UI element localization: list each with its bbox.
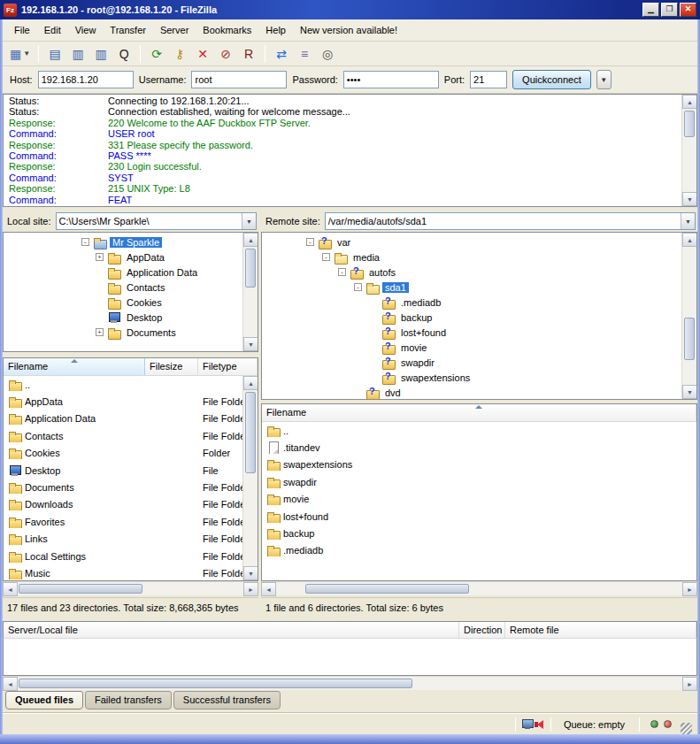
refresh-button[interactable]: ⟳	[146, 43, 167, 65]
scroll-thumb[interactable]	[245, 392, 256, 473]
scroll-up-icon[interactable]: ▲	[682, 95, 697, 109]
local-site-combo[interactable]: ▼	[56, 212, 257, 230]
local-file-row-application-data[interactable]: Application Data File Folder	[4, 410, 242, 427]
scroll-right-icon[interactable]: ►	[682, 677, 697, 691]
remote-horizontal-scrollbar[interactable]: ◄ ►	[261, 581, 697, 595]
remote-tree-item-dvd[interactable]: dvd	[262, 385, 681, 399]
scroll-down-icon[interactable]: ▼	[682, 385, 697, 399]
minimize-button[interactable]: ▁	[642, 3, 659, 17]
maximize-button[interactable]: ❐	[661, 3, 678, 17]
remote-tree-item-swapdir[interactable]: swapdir	[262, 355, 681, 370]
synchronized-browsing-button[interactable]: ⇄	[271, 43, 292, 65]
site-manager-button[interactable]: ▦ ▼	[7, 43, 33, 65]
remote-tree-item-sda1[interactable]: - sda1	[262, 280, 681, 295]
menu-item-file[interactable]: File	[8, 22, 36, 38]
find-files-button[interactable]: ◎	[317, 43, 338, 65]
remote-file-row-mediadb[interactable]: .mediadb	[262, 542, 696, 559]
remote-file-row-swapdir[interactable]: swapdir	[262, 473, 696, 490]
scroll-right-icon[interactable]: ►	[682, 582, 697, 596]
scroll-right-icon[interactable]: ►	[243, 582, 258, 596]
remote-file-row-swapextensions[interactable]: swapextensions	[262, 456, 696, 473]
directory-comparison-button[interactable]: ≡	[294, 43, 315, 65]
scroll-thumb[interactable]	[684, 318, 695, 360]
scroll-thumb[interactable]	[245, 249, 256, 288]
remote-file-row-[interactable]: ..	[262, 422, 696, 439]
local-file-row-desktop[interactable]: Desktop File	[4, 462, 242, 479]
menu-item-transfer[interactable]: Transfer	[104, 22, 152, 38]
local-tree-item-contacts[interactable]: Contacts	[4, 280, 242, 295]
local-file-row-contacts[interactable]: Contacts File Folder	[4, 427, 242, 444]
scroll-down-icon[interactable]: ▼	[243, 337, 258, 351]
tree-expander[interactable]: -	[354, 283, 362, 291]
tab-queued-files[interactable]: Queued files	[5, 691, 83, 709]
combo-dropdown-icon[interactable]: ▼	[681, 213, 695, 229]
queue-horizontal-scrollbar[interactable]: ◄ ►	[3, 676, 697, 690]
menu-item-view[interactable]: View	[69, 22, 103, 38]
log-vertical-scrollbar[interactable]: ▲ ▼	[681, 95, 696, 206]
local-file-row-favorites[interactable]: Favorites File Folder	[4, 513, 242, 530]
remote-site-combo[interactable]: ▼	[325, 212, 696, 230]
tree-expander[interactable]: -	[306, 238, 314, 246]
scroll-up-icon[interactable]: ▲	[682, 233, 697, 247]
menu-item-bookmarks[interactable]: Bookmarks	[196, 22, 258, 38]
local-path-input[interactable]	[57, 213, 242, 229]
menu-item-new-version-available[interactable]: New version available!	[294, 22, 404, 38]
remote-file-row-lost-found[interactable]: lost+found	[262, 508, 696, 525]
scroll-down-icon[interactable]: ▼	[682, 192, 697, 206]
password-input[interactable]	[343, 71, 439, 88]
username-input[interactable]	[191, 71, 287, 88]
local-file-row-music[interactable]: Music File Folder	[4, 564, 242, 580]
remote-tree-item-mediadb[interactable]: .mediadb	[262, 295, 681, 310]
scroll-thumb[interactable]	[684, 111, 695, 137]
scroll-thumb[interactable]	[19, 584, 142, 594]
scroll-down-icon[interactable]: ▼	[243, 566, 258, 580]
remote-tree-item-backup[interactable]: backup	[262, 310, 681, 325]
scroll-up-icon[interactable]: ▲	[243, 233, 258, 247]
menu-item-help[interactable]: Help	[259, 22, 292, 38]
resize-grip[interactable]	[681, 723, 692, 734]
local-file-row-[interactable]: ..	[4, 376, 242, 393]
monitor-icon[interactable]	[521, 719, 534, 730]
filter-button[interactable]: Q	[113, 43, 135, 65]
column-header-remote-file[interactable]: Remote file	[505, 622, 696, 638]
local-horizontal-scrollbar[interactable]: ◄ ►	[3, 581, 258, 595]
remote-file-row-backup[interactable]: backup	[262, 525, 696, 541]
column-header-filetype[interactable]: Filetype	[198, 358, 258, 375]
column-header-server-local-file[interactable]: Server/Local file	[4, 622, 459, 638]
tree-expander[interactable]: -	[338, 268, 346, 276]
disconnect-button[interactable]: ⊘	[215, 43, 236, 65]
toggle-local-tree-button[interactable]: ▥	[67, 43, 88, 65]
cancel-button[interactable]: ✕	[192, 43, 213, 65]
tab-successful-transfers[interactable]: Successful transfers	[173, 691, 281, 709]
tree-expander[interactable]: +	[96, 328, 104, 336]
scroll-up-icon[interactable]: ▲	[243, 376, 258, 390]
title-bar[interactable]: Fz 192.168.1.20 - root@192.168.1.20 - Fi…	[0, 0, 700, 19]
local-tree-scrollbar[interactable]: ▲ ▼	[242, 233, 258, 351]
remote-tree-item-autofs[interactable]: - autofs	[262, 265, 681, 280]
scroll-thumb[interactable]	[305, 584, 469, 594]
column-header-filesize[interactable]: Filesize	[145, 358, 198, 375]
quickconnect-dropdown-button[interactable]: ▼	[596, 70, 612, 89]
quickconnect-button[interactable]: Quickconnect	[512, 70, 591, 89]
scroll-left-icon[interactable]: ◄	[261, 582, 276, 596]
close-button[interactable]: ✕	[680, 3, 696, 17]
local-tree-item-mr-sparkle[interactable]: - Mr Sparkle	[4, 234, 242, 249]
local-file-row-documents[interactable]: Documents File Folder	[4, 479, 242, 495]
remote-tree-item-movie[interactable]: movie	[262, 340, 681, 355]
remote-tree-item-swapextensions[interactable]: swapextensions	[262, 370, 681, 385]
scroll-thumb[interactable]	[19, 679, 412, 688]
local-file-row-links[interactable]: Links File Folder	[4, 531, 242, 548]
remote-tree-scrollbar[interactable]: ▲ ▼	[681, 233, 696, 399]
tree-expander[interactable]: -	[81, 238, 89, 246]
speaker-icon[interactable]	[534, 719, 545, 730]
reconnect-button[interactable]: R	[238, 43, 259, 65]
host-input[interactable]	[38, 71, 134, 88]
column-header-filename[interactable]: Filename	[262, 404, 696, 421]
transfer-queue-list[interactable]	[3, 639, 697, 676]
local-list-scrollbar[interactable]: ▲ ▼	[242, 376, 258, 580]
dropdown-caret-icon[interactable]: ▼	[23, 50, 30, 58]
local-file-row-appdata[interactable]: AppData File Folder	[4, 393, 242, 410]
scroll-left-icon[interactable]: ◄	[3, 677, 18, 691]
local-file-row-local-settings[interactable]: Local Settings File Folder	[4, 548, 242, 564]
local-file-row-cookies[interactable]: Cookies Folder	[4, 445, 242, 462]
